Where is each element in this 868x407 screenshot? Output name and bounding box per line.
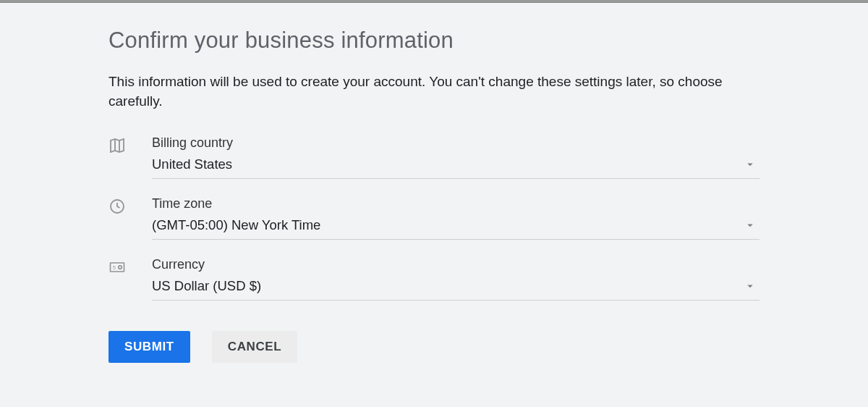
time-zone-label: Time zone bbox=[152, 196, 760, 211]
billing-country-label: Billing country bbox=[152, 135, 760, 151]
chevron-down-icon bbox=[744, 280, 757, 293]
action-bar: SUBMIT CANCEL bbox=[109, 331, 760, 363]
svg-point-3 bbox=[119, 266, 122, 269]
chevron-down-icon bbox=[744, 219, 757, 232]
form-container: Confirm your business information This i… bbox=[0, 3, 868, 363]
currency-value: US Dollar (USD $) bbox=[152, 278, 261, 293]
clock-icon bbox=[109, 196, 152, 215]
field-currency: 5 Currency US Dollar (USD $) bbox=[109, 257, 760, 318]
billing-country-select[interactable]: United States bbox=[152, 154, 760, 179]
field-billing-country: Billing country United States bbox=[109, 135, 760, 196]
cancel-button[interactable]: CANCEL bbox=[212, 331, 297, 363]
time-zone-value: (GMT-05:00) New York Time bbox=[152, 217, 320, 232]
svg-text:5: 5 bbox=[113, 265, 116, 270]
map-icon bbox=[109, 135, 152, 154]
billing-country-value: United States bbox=[152, 156, 232, 172]
money-card-icon: 5 bbox=[109, 257, 152, 276]
currency-label: Currency bbox=[152, 257, 760, 272]
time-zone-select[interactable]: (GMT-05:00) New York Time bbox=[152, 214, 760, 240]
field-time-zone: Time zone (GMT-05:00) New York Time bbox=[109, 196, 760, 257]
currency-select[interactable]: US Dollar (USD $) bbox=[152, 275, 760, 301]
page-title: Confirm your business information bbox=[109, 28, 760, 54]
chevron-down-icon bbox=[744, 158, 757, 171]
submit-button[interactable]: SUBMIT bbox=[109, 331, 190, 363]
page-subtitle: This information will be used to create … bbox=[109, 72, 760, 111]
